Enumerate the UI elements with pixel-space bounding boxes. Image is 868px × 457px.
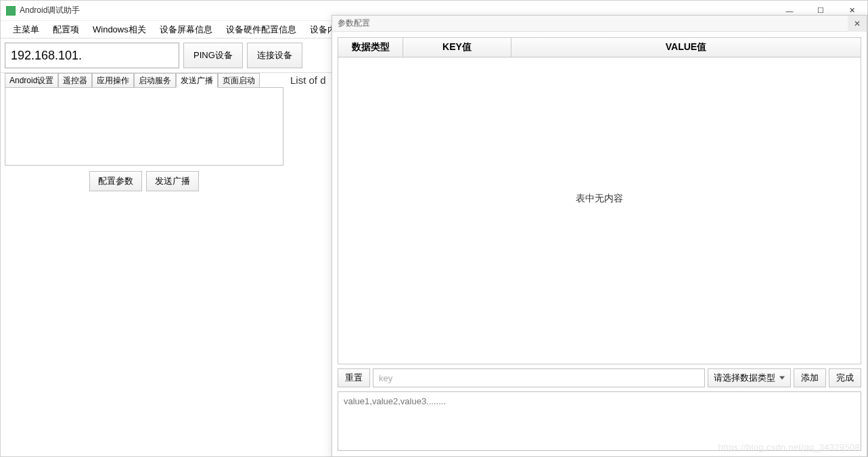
tab-strip: Android设置 遥控器 应用操作 启动服务 发送广播 页面启动 — [5, 73, 283, 88]
value-textarea[interactable] — [338, 391, 861, 451]
dialog-title: 参数配置 — [338, 18, 370, 29]
col-key[interactable]: KEY值 — [403, 38, 511, 57]
ip-input[interactable] — [5, 43, 179, 68]
dialog-close-button[interactable]: ✕ — [848, 16, 867, 32]
app-icon — [6, 6, 16, 16]
dialog-titlebar[interactable]: 参数配置 ✕ — [332, 16, 867, 32]
dialog-body: 数据类型 KEY值 VALUE值 表中无内容 重置 请选择数据类型 添加 完成 — [332, 32, 867, 456]
connect-button[interactable]: 连接设备 — [247, 43, 302, 68]
grid-header: 数据类型 KEY值 VALUE值 — [338, 37, 861, 57]
key-input[interactable] — [373, 368, 705, 387]
grid-body: 表中无内容 — [338, 57, 861, 364]
ping-button[interactable]: PING设备 — [183, 43, 243, 68]
col-value[interactable]: VALUE值 — [511, 38, 861, 57]
reset-button[interactable]: 重置 — [338, 368, 370, 387]
menu-screen-info[interactable]: 设备屏幕信息 — [153, 22, 219, 38]
menu-main[interactable]: 主菜单 — [6, 22, 46, 38]
dialog-controls: 重置 请选择数据类型 添加 完成 — [338, 368, 861, 387]
tab-remote[interactable]: 遥控器 — [58, 73, 92, 88]
add-button[interactable]: 添加 — [794, 368, 826, 387]
window-title: Android调试助手 — [20, 5, 80, 16]
tab-android-settings[interactable]: Android设置 — [5, 73, 58, 88]
tab-send-broadcast[interactable]: 发送广播 — [176, 73, 218, 88]
below-tabs: 配置参数 发送广播 — [5, 171, 283, 191]
col-data-type[interactable]: 数据类型 — [338, 38, 403, 57]
config-param-button[interactable]: 配置参数 — [89, 171, 142, 191]
menu-config[interactable]: 配置项 — [46, 22, 86, 38]
tabs-column: Android设置 遥控器 应用操作 启动服务 发送广播 页面启动 配置参数 发… — [5, 73, 283, 191]
param-config-dialog: 参数配置 ✕ 数据类型 KEY值 VALUE值 表中无内容 重置 请选择数据类型… — [332, 15, 867, 457]
tab-page-start[interactable]: 页面启动 — [218, 73, 260, 88]
menu-windows[interactable]: Windows相关 — [86, 22, 153, 38]
menu-hardware-info[interactable]: 设备硬件配置信息 — [219, 22, 303, 38]
tab-start-service[interactable]: 启动服务 — [134, 73, 176, 88]
send-broadcast-button[interactable]: 发送广播 — [146, 171, 199, 191]
data-type-select-label: 请选择数据类型 — [714, 372, 775, 384]
data-type-select[interactable]: 请选择数据类型 — [708, 368, 791, 387]
tab-body — [5, 87, 283, 166]
grid-empty-text: 表中无内容 — [576, 193, 623, 205]
device-list-label: List of d — [283, 74, 326, 86]
done-button[interactable]: 完成 — [829, 368, 861, 387]
tab-app-ops[interactable]: 应用操作 — [92, 73, 134, 88]
